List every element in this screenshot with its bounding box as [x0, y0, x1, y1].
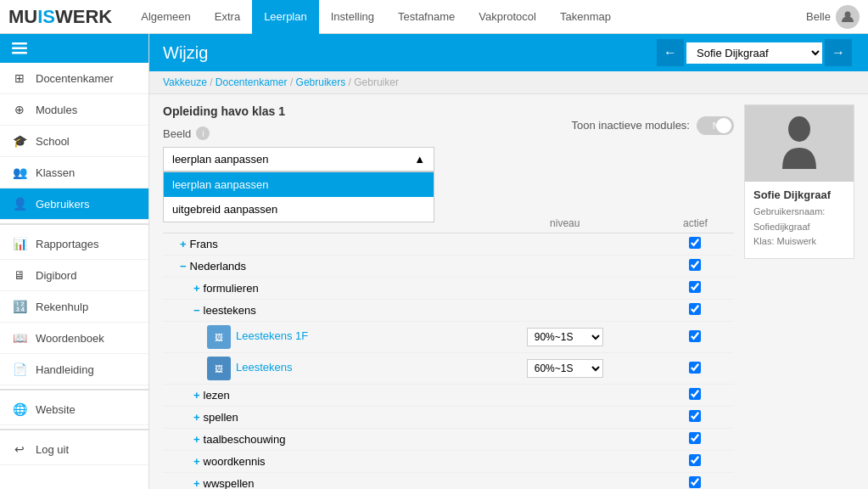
monitor-icon: 🖥	[12, 268, 27, 282]
sidebar-item-website[interactable]: 🌐 Website	[0, 394, 148, 425]
row-actief-cell	[657, 322, 734, 353]
sidebar-item-rapportages[interactable]: 📊 Rapportages	[0, 228, 148, 260]
row-actief-cell	[657, 473, 734, 490]
module-link[interactable]: Leestekens 1F	[236, 329, 308, 342]
info-icon[interactable]: i	[196, 126, 210, 140]
nav-testafname[interactable]: Testafname	[386, 0, 467, 34]
row-actief-cell	[657, 407, 734, 429]
sidebar-item-digibord[interactable]: 🖥 Digibord	[0, 260, 148, 291]
row-niveau-cell	[473, 385, 657, 407]
row-label: woordkennis	[204, 455, 266, 468]
actief-checkbox[interactable]	[689, 303, 701, 315]
chart-icon: 📊	[12, 237, 27, 250]
file-icon: 📄	[12, 363, 27, 376]
dropdown-select[interactable]: leerplan aanpassen ▲	[163, 147, 434, 171]
col-niveau: niveau	[473, 214, 657, 233]
sidebar-menu-toggle[interactable]	[0, 34, 148, 63]
page-title: Wijzig	[163, 43, 654, 63]
sidebar-item-woordenboek[interactable]: 📖 Woordenboek	[0, 323, 148, 354]
expand-icon[interactable]: +	[193, 433, 200, 446]
actief-checkbox[interactable]	[689, 259, 701, 271]
nav-leerplan[interactable]: Leerplan	[252, 0, 319, 34]
toggle-value: Nee	[713, 121, 730, 131]
profile-info: Gebruikersnaam: Sofiedijkgraaf Klas: Mui…	[745, 205, 854, 258]
modules-table: niveau actief +Frans −Nederlands +formul…	[163, 214, 734, 489]
nav-takenmap[interactable]: Takenmap	[548, 0, 623, 34]
expand-icon[interactable]: +	[193, 282, 200, 295]
nav-extra[interactable]: Extra	[203, 0, 252, 34]
sidebar-item-logout[interactable]: ↩ Log uit	[0, 434, 148, 465]
row-label: Frans	[190, 238, 218, 250]
actief-checkbox[interactable]	[689, 362, 701, 374]
toggle-inactief[interactable]: Nee	[697, 116, 734, 135]
profile-name: Sofie Dijkgraaf	[745, 182, 854, 205]
expand-icon[interactable]: +	[180, 238, 187, 250]
sidebar-separator-3	[0, 429, 148, 430]
actief-checkbox[interactable]	[689, 432, 701, 444]
username-label: Gebruikersnaam:	[753, 206, 825, 216]
row-niveau-cell	[473, 233, 657, 256]
row-actief-cell	[657, 429, 734, 451]
table-row: +woordkennis	[163, 451, 734, 473]
row-niveau-cell	[473, 429, 657, 451]
table-row: +Frans	[163, 233, 734, 256]
mortarboard-icon: 🎓	[12, 134, 27, 148]
row-name-cell: +formulieren	[163, 278, 473, 300]
expand-icon[interactable]: +	[193, 411, 200, 424]
grid-icon: ⊞	[12, 71, 27, 85]
plus-circle-icon: ⊕	[12, 103, 27, 116]
prev-button[interactable]: ←	[657, 39, 684, 66]
actief-checkbox[interactable]	[689, 476, 701, 488]
row-name-cell: 🖼Leestekens	[163, 353, 473, 385]
nav-instelling[interactable]: Instelling	[319, 0, 386, 34]
actief-checkbox[interactable]	[689, 454, 701, 466]
actief-checkbox[interactable]	[689, 237, 701, 249]
expand-icon[interactable]: +	[193, 477, 200, 489]
klas-value: Muiswerk	[777, 236, 816, 246]
niveau-select[interactable]: 90%~1S	[527, 328, 603, 346]
row-label: wwspellen	[204, 477, 255, 489]
sidebar-item-gebruikers[interactable]: 👤 Gebruikers	[0, 188, 148, 220]
nav-vakprotocol[interactable]: Vakprotocol	[467, 0, 548, 34]
breadcrumb-gebruikers[interactable]: Gebruikers	[296, 76, 346, 88]
breadcrumb-docentenkamer[interactable]: Docentenkamer	[216, 76, 288, 88]
sidebar-separator-2	[0, 389, 148, 391]
sidebar-item-handleiding[interactable]: 📄 Handleiding	[0, 354, 148, 385]
dropdown-options: leerplan aanpassen uitgebreid aanpassen	[163, 171, 434, 222]
dropdown-arrow-icon: ▲	[414, 153, 425, 166]
module-link[interactable]: Leestekens	[236, 361, 293, 374]
next-button[interactable]: →	[825, 39, 852, 66]
niveau-select[interactable]: 60%~1S	[527, 359, 603, 378]
sidebar-item-school[interactable]: 🎓 School	[0, 126, 148, 157]
section-title: Opleiding havo klas 1	[163, 104, 434, 118]
profile-card: Sofie Dijkgraaf Gebruikersnaam: Sofiedij…	[744, 104, 854, 259]
sidebar-item-docentenkamer[interactable]: ⊞ Docentenkamer	[0, 63, 148, 94]
table-row: +spellen	[163, 407, 734, 429]
nav-algemeen[interactable]: Algemeen	[129, 0, 203, 34]
table-row: 🖼Leestekens 1F 90%~1S	[163, 322, 734, 353]
sidebar-item-klassen[interactable]: 👥 Klassen	[0, 157, 148, 188]
user-avatar	[836, 5, 860, 29]
top-nav: MUISWERK Algemeen Extra Leerplan Instell…	[0, 0, 868, 34]
row-actief-cell	[657, 300, 734, 322]
actief-checkbox[interactable]	[689, 330, 701, 342]
collapse-icon[interactable]: −	[193, 304, 200, 317]
row-niveau-cell	[473, 256, 657, 278]
main-content: Wijzig ← Sofie Dijkgraaf → Vakkeuze / Do…	[149, 34, 868, 489]
profile-avatar-area	[745, 105, 854, 182]
logout-icon: ↩	[12, 442, 27, 456]
beeld-row: Beeld i	[163, 126, 434, 140]
dropdown-option-leerplan[interactable]: leerplan aanpassen	[164, 172, 434, 197]
expand-icon[interactable]: +	[193, 389, 200, 402]
actief-checkbox[interactable]	[689, 410, 701, 422]
breadcrumb-vakkeuze[interactable]: Vakkeuze	[163, 76, 207, 88]
user-selector[interactable]: Sofie Dijkgraaf	[686, 42, 822, 64]
expand-icon[interactable]: +	[193, 455, 200, 468]
collapse-icon[interactable]: −	[180, 260, 187, 273]
actief-checkbox[interactable]	[689, 388, 701, 400]
sidebar-item-rekenhulp[interactable]: 🔢 Rekenhulp	[0, 291, 148, 323]
row-label: leestekens	[204, 304, 256, 317]
sidebar-item-modules[interactable]: ⊕ Modules	[0, 94, 148, 126]
dropdown-option-uitgebreid[interactable]: uitgebreid aanpassen	[164, 197, 434, 222]
actief-checkbox[interactable]	[689, 281, 701, 293]
